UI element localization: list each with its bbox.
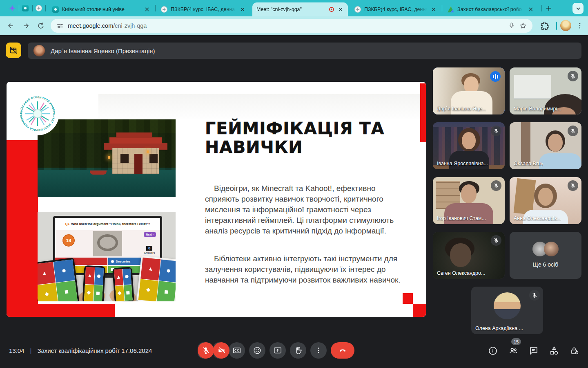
- participant-tile-daria[interactable]: Дар`я Іванівна Яце...: [433, 67, 505, 114]
- arrow-back-icon: [7, 22, 15, 30]
- pinned-tab-university[interactable]: [22, 5, 29, 11]
- mic-off-icon: [491, 126, 501, 136]
- tab-university-site[interactable]: Київський столичний уніве: [48, 2, 154, 16]
- mic-toggle-button[interactable]: [198, 342, 214, 359]
- lock-person-icon: [570, 346, 579, 356]
- tablet-device: [38, 258, 79, 301]
- participant-tile-yevhen[interactable]: Євген Олександро...: [433, 232, 505, 279]
- address-bar[interactable]: meet.google.com/cni-zvjh-qga: [51, 19, 532, 33]
- tab-drive[interactable]: Захист бакалаврської робо: [443, 2, 538, 16]
- clapperboard-off-icon: [9, 46, 18, 55]
- university-favicon: [52, 6, 59, 13]
- profile-avatar[interactable]: [560, 20, 571, 31]
- participant-tile-anna[interactable]: Анна Олександрів...: [510, 177, 581, 224]
- tab-pzkbr-2[interactable]: ПЗКБР(4 курс, ІБАС, денна: [350, 2, 441, 16]
- hand-icon: [294, 346, 303, 355]
- chat-button[interactable]: [528, 346, 539, 356]
- back-button[interactable]: [6, 21, 16, 31]
- present-button[interactable]: [270, 342, 286, 359]
- meeting-info: 13:04 | Захист кваліфікаційних робіт 17.…: [9, 347, 152, 354]
- meeting-details-button[interactable]: [488, 346, 498, 356]
- url-text[interactable]: meet.google.com/cni-zvjh-qga: [68, 22, 504, 29]
- reactions-button[interactable]: [249, 342, 265, 359]
- camera-toggle-button[interactable]: [213, 342, 229, 359]
- mic-off-icon: [529, 290, 540, 301]
- tab-divider: [541, 5, 542, 11]
- browser-tab-strip: Київський столичний уніве ПЗКБР(4 курс, …: [0, 0, 588, 16]
- plus-icon: [546, 5, 552, 11]
- raise-hand-button[interactable]: [290, 342, 306, 359]
- slide-paragraph: Бібліотеки активно інтегрують такі інстр…: [205, 254, 401, 285]
- participant-tile-maria[interactable]: Марія Володимирі...: [510, 67, 581, 114]
- avatar: [494, 292, 521, 319]
- forward-button[interactable]: [21, 21, 31, 31]
- phone-device: [82, 265, 106, 301]
- camera-control-group: [213, 342, 225, 359]
- tab-divider: [155, 5, 156, 11]
- slide-decor-band: [98, 94, 421, 119]
- chat-icon: [529, 346, 539, 356]
- meet-main-area: Дар`я Іванівна Яценко (Презентація): [0, 35, 588, 368]
- people-button[interactable]: 15: [508, 346, 519, 356]
- browser-menu-button[interactable]: [575, 21, 585, 31]
- camera-off-icon: [217, 346, 225, 355]
- participant-grid: Дар`я Іванівна Яце... Марія Володимирі..…: [433, 67, 581, 279]
- presentation-slide: КИЇВСЬКИЙ СТОЛИЧНИЙ УНІВЕРСИТЕТ ІМЕНІ БО…: [7, 82, 426, 317]
- presenter-name: Дар`я Іванівна Яценко (Презентація): [51, 47, 155, 54]
- participant-name: Марія Володимирі...: [514, 106, 561, 112]
- presenter-avatar: [33, 45, 45, 56]
- new-tab-button[interactable]: [544, 3, 554, 13]
- tab-close-icon[interactable]: [337, 6, 344, 13]
- participant-tile-oksana[interactable]: Oksana Bruy: [510, 122, 581, 169]
- voice-search-icon[interactable]: [508, 22, 515, 29]
- sparkle-pinned-tab-icon[interactable]: [9, 5, 16, 11]
- tab-close-icon[interactable]: [430, 6, 437, 13]
- tab-search-button[interactable]: [572, 3, 584, 14]
- tab-divider: [32, 5, 33, 11]
- slide-red-column: [7, 140, 38, 317]
- tab-close-icon[interactable]: [528, 6, 534, 13]
- emblem-favicon: [161, 6, 167, 13]
- meet-panel-buttons: 15: [488, 346, 580, 356]
- browser-window: Київський столичний уніве ПЗКБР(4 курс, …: [0, 0, 588, 368]
- kebab-menu-icon: [576, 22, 584, 29]
- reload-button[interactable]: [36, 21, 46, 31]
- divider: |: [30, 347, 32, 354]
- captions-icon: [232, 346, 241, 355]
- end-call-button[interactable]: [331, 342, 354, 359]
- participant-tile-ivanna[interactable]: Іванна Ярославівна...: [433, 122, 505, 169]
- kahoot-photo: [93, 231, 122, 256]
- host-controls-button[interactable]: [569, 346, 580, 356]
- university-logo: КИЇВСЬКИЙ СТОЛИЧНИЙ УНІВЕРСИТЕТ ІМЕНІ БО…: [16, 92, 60, 136]
- pinned-tab-emblem[interactable]: [36, 5, 42, 11]
- site-settings-icon[interactable]: [56, 22, 64, 29]
- clock: 13:04: [9, 347, 24, 354]
- smiley-icon: [253, 346, 262, 355]
- participant-name: Oksana Bruy: [514, 161, 543, 166]
- tab-title: ПЗКБР(4 курс, ІБАС, денна: [364, 7, 427, 12]
- participant-name: Олена Аркадіївна ...: [475, 325, 523, 331]
- bookmark-star-icon[interactable]: [519, 22, 527, 29]
- share-screen-icon: [273, 346, 282, 355]
- tab-title: Київський столичний уніве: [62, 7, 140, 12]
- tab-close-icon[interactable]: [239, 6, 246, 13]
- captions-button[interactable]: [229, 342, 245, 359]
- more-options-button[interactable]: [310, 342, 327, 359]
- call-controls: [198, 342, 354, 359]
- mic-off-icon: [568, 126, 578, 136]
- tab-pzkbr-1[interactable]: ПЗКБР(4 курс, ІБАС, денна: [157, 2, 250, 16]
- participant-tile-olena[interactable]: Олена Аркадіївна ...: [471, 287, 543, 334]
- browser-toolbar: meet.google.com/cni-zvjh-qga: [0, 16, 588, 35]
- university-favicon: [22, 5, 29, 11]
- tab-meet-active[interactable]: Meet: "cni-zvjh-qga": [252, 2, 348, 16]
- participant-name: Дар`я Іванівна Яце...: [437, 106, 486, 112]
- recording-indicator-icon: [329, 7, 334, 12]
- participant-tile-igor[interactable]: Ігор Іванович Стам...: [433, 177, 505, 224]
- participant-count-badge: 15: [511, 338, 521, 345]
- tab-divider: [45, 5, 46, 11]
- clapperboard-off-button[interactable]: [6, 43, 21, 58]
- tab-close-icon[interactable]: [144, 6, 150, 13]
- activities-button[interactable]: [549, 346, 559, 356]
- overflow-participants-tile[interactable]: Ще 6 осіб: [510, 232, 581, 279]
- extensions-button[interactable]: [540, 21, 550, 31]
